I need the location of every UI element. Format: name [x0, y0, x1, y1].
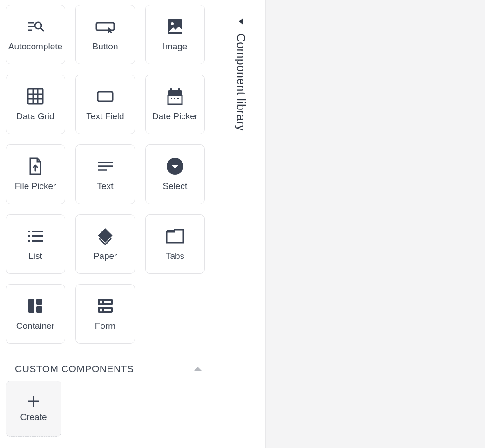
component-label: Button [93, 41, 118, 52]
create-custom-component-button[interactable]: Create [6, 381, 61, 437]
image-icon [167, 17, 183, 36]
svg-point-38 [100, 301, 102, 304]
svg-rect-34 [28, 299, 34, 313]
textfield-icon [97, 87, 114, 106]
component-list[interactable]: List [6, 214, 65, 274]
sidebar-title: Component library [234, 34, 248, 131]
svg-point-41 [100, 309, 102, 312]
svg-rect-39 [104, 301, 111, 303]
svg-rect-15 [170, 88, 172, 92]
svg-rect-32 [98, 228, 112, 243]
svg-rect-20 [174, 98, 175, 99]
svg-rect-35 [36, 299, 42, 305]
component-label: File Picker [15, 181, 56, 191]
component-textfield[interactable]: Text Field [75, 75, 135, 134]
chevron-up-icon[interactable] [194, 367, 202, 371]
svg-rect-16 [178, 88, 180, 92]
svg-rect-28 [28, 240, 30, 242]
svg-rect-33 [167, 230, 175, 232]
component-label: Text Field [86, 111, 124, 122]
component-text[interactable]: Text [75, 144, 135, 204]
autocomplete-icon [27, 17, 44, 36]
select-icon [166, 157, 184, 176]
custom-section-title: CUSTOM COMPONENTS [15, 363, 134, 374]
text-icon [97, 157, 114, 176]
svg-rect-17 [168, 95, 182, 104]
container-icon [27, 297, 43, 315]
component-label: Form [95, 321, 115, 331]
component-label: Data Grid [16, 111, 54, 122]
custom-section-header[interactable]: CUSTOM COMPONENTS [6, 363, 211, 381]
component-select[interactable]: Select [145, 144, 205, 204]
datepicker-icon [167, 87, 183, 106]
component-label: Date Picker [152, 111, 198, 122]
svg-rect-27 [28, 235, 30, 237]
svg-rect-5 [96, 23, 114, 30]
component-filepicker[interactable]: File Picker [6, 144, 65, 204]
component-label: Autocomplete [8, 41, 62, 52]
component-tabs[interactable]: Tabs [145, 214, 205, 274]
svg-rect-21 [177, 98, 179, 99]
svg-rect-26 [28, 231, 30, 232]
svg-point-7 [171, 22, 174, 25]
collapse-panel-icon[interactable] [239, 18, 243, 25]
component-label: List [28, 251, 42, 261]
component-panel: Autocomplete Button Image [0, 0, 216, 448]
form-icon [97, 297, 114, 315]
component-autocomplete[interactable]: Autocomplete [6, 5, 65, 64]
component-container[interactable]: Container [6, 284, 65, 344]
component-form[interactable]: Form [75, 284, 135, 344]
component-paper[interactable]: Paper [75, 214, 135, 274]
component-label: Text [97, 181, 114, 191]
list-icon [27, 227, 44, 245]
tabs-icon [165, 227, 185, 245]
component-label: Select [163, 181, 188, 191]
plus-icon [27, 395, 40, 407]
paper-icon [96, 227, 114, 245]
svg-rect-42 [104, 309, 111, 311]
button-icon [95, 17, 115, 36]
component-label: Tabs [166, 251, 184, 261]
datagrid-icon [27, 87, 44, 106]
filepicker-icon [28, 157, 43, 176]
svg-line-4 [40, 28, 43, 31]
create-label: Create [20, 412, 47, 422]
canvas-area[interactable] [266, 0, 485, 448]
svg-rect-19 [171, 98, 172, 99]
component-datepicker[interactable]: Date Picker [145, 75, 205, 134]
component-button[interactable]: Button [75, 5, 135, 64]
svg-rect-8 [28, 89, 43, 104]
sidebar-label-strip: Component library [216, 0, 265, 448]
component-label: Paper [94, 251, 117, 261]
component-image[interactable]: Image [145, 5, 205, 64]
component-label: Container [16, 321, 54, 331]
component-label: Image [163, 41, 188, 52]
svg-rect-13 [98, 92, 113, 101]
component-grid: Autocomplete Button Image [6, 5, 211, 344]
svg-rect-36 [36, 306, 42, 313]
component-datagrid[interactable]: Data Grid [6, 75, 65, 134]
